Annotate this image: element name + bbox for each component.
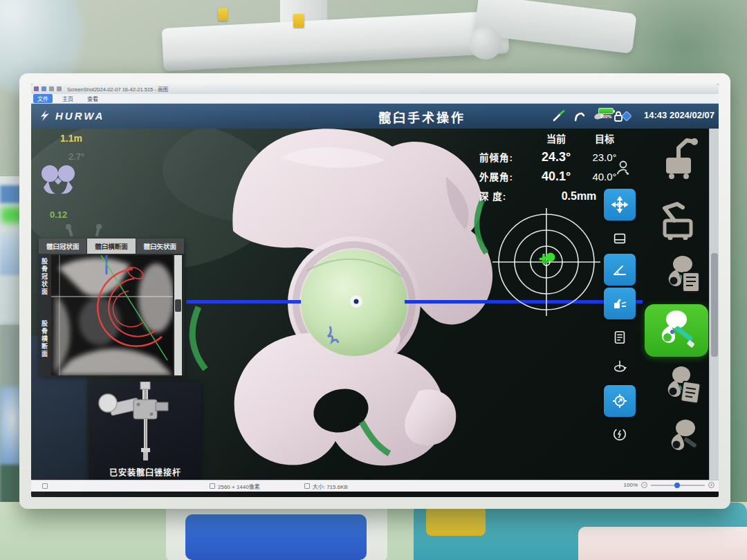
zoom-slider[interactable] <box>651 485 705 486</box>
ct-slice-image[interactable] <box>51 255 173 375</box>
reamer-icon <box>611 295 628 312</box>
tab-acetabulum-transverse[interactable]: 髋臼横断面 <box>87 239 136 254</box>
window-statusbar: 2560 × 1440像素 大小: 715.6KB 100% − + <box>31 480 719 492</box>
battery-icon: 100% <box>597 108 615 120</box>
layout-panel-button[interactable] <box>604 228 636 249</box>
camera-distance: 1.1m <box>60 133 82 144</box>
robot-cart-icon <box>658 136 699 180</box>
file-size: 大小: 715.6KB <box>313 483 348 490</box>
workflow-pelvis-tool[interactable] <box>665 418 705 460</box>
battery-level <box>598 108 614 114</box>
cursor-position-icon <box>42 483 48 489</box>
pelvis-tool-icon <box>665 418 705 460</box>
curved-probe-icon <box>573 110 586 122</box>
report-list-icon <box>612 330 627 345</box>
move-icon <box>611 196 628 213</box>
dimensions-icon <box>210 483 215 489</box>
power-reset-icon <box>612 427 627 442</box>
operating-room-photo: ScreenShot2024-02-07 16-42-21.515 - 画图 文… <box>0 0 747 560</box>
ct-tab-bar: 髋臼冠状面 髋臼横断面 髋臼矢状面 <box>39 239 185 254</box>
ct-slice-render <box>51 255 173 375</box>
ct-body: 股骨冠状面 股骨横断面 <box>39 254 185 377</box>
window-scrollbar-handle[interactable] <box>711 253 718 357</box>
pelvis-reamer-icon <box>654 309 699 352</box>
screen-bottom-strip <box>31 492 719 497</box>
warning-sticker <box>293 14 304 28</box>
ceiling-boom-arm <box>162 10 510 71</box>
report-list-button[interactable] <box>604 327 636 348</box>
diamond-icon <box>620 110 633 122</box>
column-target: 目标 <box>582 131 627 145</box>
axis-label-femur-coronal: 股骨冠状面 <box>40 258 50 296</box>
target-lock-button[interactable] <box>604 385 636 417</box>
workflow-pelvis-ream-active[interactable] <box>645 304 708 357</box>
yellow-container <box>426 505 486 536</box>
brand-logo: HURWA <box>38 109 104 122</box>
reamer-link-rod-render <box>89 382 201 465</box>
zoom-controls: 100% − + <box>624 482 714 488</box>
axis-line-left <box>186 300 301 304</box>
axis-label-femur-transverse: 股骨横断面 <box>40 320 50 358</box>
workflow-robot-cart-b[interactable] <box>654 197 698 240</box>
menu-view[interactable]: 查看 <box>83 94 102 103</box>
tab-acetabulum-sagittal[interactable]: 髋臼矢状面 <box>136 239 185 254</box>
window-title: ScreenShot2024-02-07 16-42-21.515 - 画图 <box>67 85 168 93</box>
instrument-caption: 已安装髋臼锉接杆 <box>89 466 201 478</box>
alignment-bullseye <box>491 207 602 317</box>
brand-name: HURWA <box>55 110 104 122</box>
filesize-icon <box>304 483 310 489</box>
pelvis-clipboard-icon <box>662 365 706 408</box>
menu-home[interactable]: 主页 <box>58 94 77 103</box>
window-scrollbar[interactable] <box>709 129 719 480</box>
redo-icon[interactable] <box>57 86 62 91</box>
workflow-pelvis-plan[interactable] <box>662 254 706 297</box>
battery-percent: 100% <box>597 114 615 120</box>
tilt-angle: 2.7° <box>68 151 84 162</box>
ct-scrollbar[interactable] <box>174 255 182 375</box>
pelvis-clipboard-icon <box>662 254 706 297</box>
rotate-view-button[interactable] <box>604 357 636 377</box>
undo-icon[interactable] <box>49 86 54 91</box>
workflow-robot-cart-a[interactable] <box>658 136 699 180</box>
registration-score: 0.12 <box>50 209 67 220</box>
ct-slice-panel: 髋臼冠状面 髋臼横断面 髋臼矢状面 股骨冠状面 股骨横断面 <box>39 239 185 377</box>
zoom-out-button[interactable]: − <box>641 482 647 488</box>
move-tool-button[interactable] <box>604 189 636 221</box>
screen: ScreenShot2024-02-07 16-42-21.515 - 画图 文… <box>31 84 719 497</box>
app-header: HURWA 髋臼手术操作 1 <box>31 104 719 129</box>
window-menubar: 文件 主页 查看 <box>31 94 719 104</box>
target-lock-icon <box>611 393 628 409</box>
warning-sticker <box>218 8 228 21</box>
angle-icon <box>611 261 628 278</box>
zoom-in-button[interactable]: + <box>708 482 714 488</box>
image-dimensions: 2560 × 1440像素 <box>218 483 260 490</box>
tab-acetabulum-coronal[interactable]: 髋臼冠状面 <box>39 239 87 254</box>
hurwa-logo-icon <box>38 109 52 122</box>
measurement-header: 当前 目标 <box>531 131 654 145</box>
clock: 14:43 2024/02/07 <box>644 110 714 120</box>
angle-tool-button[interactable] <box>604 254 636 286</box>
probe-icon <box>553 110 565 122</box>
patient-icon[interactable] <box>616 160 631 176</box>
menu-file[interactable]: 文件 <box>33 94 53 103</box>
table-edge <box>578 527 747 560</box>
instrument-status-panel: 已安装髋臼锉接杆 <box>89 382 201 480</box>
workflow-pelvis-verify[interactable] <box>662 365 706 408</box>
reamer-tool-button[interactable] <box>604 288 636 319</box>
save-icon[interactable] <box>42 86 46 91</box>
window-titlebar: ScreenShot2024-02-07 16-42-21.515 - 画图 <box>31 84 719 94</box>
layout-panel-icon <box>612 231 627 246</box>
ct-scrollbar-handle[interactable] <box>175 299 181 312</box>
boom-joint <box>469 26 502 59</box>
page-title: 髋臼手术操作 <box>378 108 465 126</box>
pelvis-tracker-icon <box>39 162 77 201</box>
cup-center-dot <box>354 299 359 304</box>
paint-app-icon <box>34 86 39 91</box>
ghost-tool-icon <box>63 223 78 238</box>
zoom-slider-handle[interactable] <box>674 483 680 488</box>
green-arc <box>192 307 205 369</box>
zoom-level: 100% <box>624 482 638 488</box>
rotate-view-icon <box>612 360 627 375</box>
power-reset-button[interactable] <box>604 424 636 445</box>
column-current: 当前 <box>531 131 582 145</box>
